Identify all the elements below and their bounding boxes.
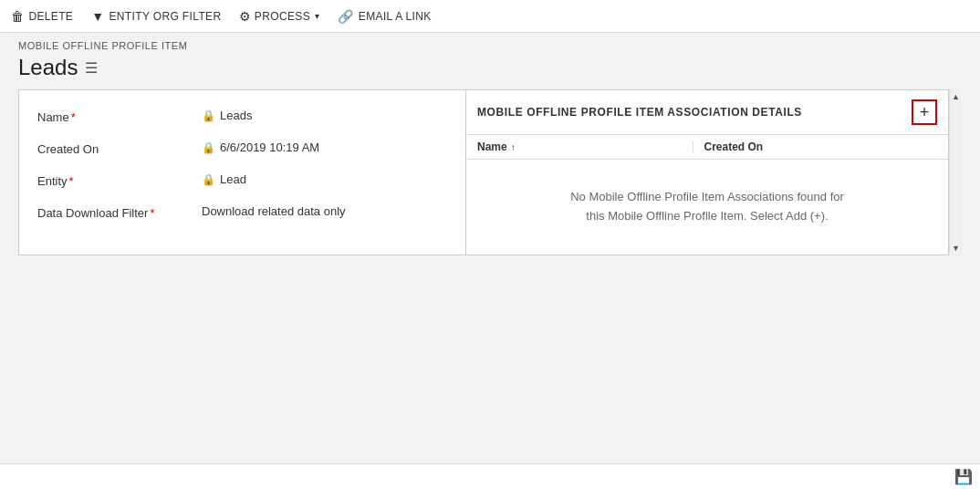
created-on-label: Created On [37, 140, 202, 156]
association-panel: MOBILE OFFLINE PROFILE ITEM ASSOCIATION … [466, 90, 948, 255]
entity-label: Entity* [37, 172, 202, 188]
status-bar: 💾 [0, 463, 980, 489]
save-icon[interactable]: 💾 [954, 468, 973, 485]
delete-icon: 🗑 [11, 9, 24, 24]
created-on-value: 🔒 6/6/2019 10:19 AM [202, 140, 447, 154]
col-name-header: Name ↑ [477, 140, 693, 153]
lock-icon-created: 🔒 [202, 141, 215, 154]
entity-org-filter-button[interactable]: ▼ ENTITY ORG FILTER [91, 9, 221, 24]
form-card: Name* 🔒 Leads Created On 🔒 6/6/2019 10:1… [19, 90, 466, 255]
toolbar: 🗑 DELETE ▼ ENTITY ORG FILTER ⚙ PROCESS ▾… [0, 0, 980, 33]
created-on-row: Created On 🔒 6/6/2019 10:19 AM [37, 140, 447, 156]
required-star: * [71, 110, 76, 124]
page-header: MOBILE OFFLINE PROFILE ITEM Leads ☰ [0, 33, 980, 89]
page-title-row: Leads ☰ [18, 55, 962, 80]
page-subtitle: MOBILE OFFLINE PROFILE ITEM [18, 40, 962, 51]
hamburger-menu-icon[interactable]: ☰ [85, 59, 98, 77]
delete-button[interactable]: 🗑 DELETE [11, 9, 73, 24]
scroll-down-arrow[interactable]: ▼ [950, 241, 963, 255]
empty-message: No Mobile Offline Profile Item Associati… [570, 188, 844, 226]
page-title: Leads [18, 55, 78, 80]
association-title: MOBILE OFFLINE PROFILE ITEM ASSOCIATION … [477, 106, 802, 119]
link-icon: 🔗 [338, 9, 353, 24]
add-association-button[interactable]: + [912, 99, 937, 125]
empty-state: No Mobile Offline Profile Item Associati… [466, 160, 948, 255]
name-field-row: Name* 🔒 Leads [37, 109, 447, 124]
vertical-scrollbar[interactable]: ▲ ▼ [949, 89, 962, 255]
required-star-entity: * [69, 174, 74, 188]
association-header: MOBILE OFFLINE PROFILE ITEM ASSOCIATION … [466, 90, 948, 135]
table-header: Name ↑ Created On [466, 135, 948, 160]
filter-icon: ▼ [91, 9, 104, 24]
name-value: 🔒 Leads [202, 109, 447, 122]
data-filter-row: Data Download Filter* Download related d… [37, 204, 447, 220]
process-button[interactable]: ⚙ PROCESS ▾ [239, 9, 319, 24]
process-icon: ⚙ [239, 9, 251, 24]
col-created-header: Created On [693, 140, 920, 153]
data-filter-value: Download related data only [202, 204, 447, 218]
lock-icon: 🔒 [202, 109, 215, 122]
scroll-up-arrow[interactable]: ▲ [950, 89, 963, 104]
lock-icon-entity: 🔒 [202, 173, 215, 186]
name-label: Name* [37, 109, 202, 124]
entity-value: 🔒 Lead [202, 172, 447, 186]
chevron-down-icon: ▾ [315, 11, 319, 21]
required-star-filter: * [150, 206, 154, 220]
data-filter-label: Data Download Filter* [37, 204, 202, 220]
email-link-button[interactable]: 🔗 EMAIL A LINK [338, 9, 431, 24]
entity-row: Entity* 🔒 Lead [37, 172, 447, 188]
sort-asc-icon[interactable]: ↑ [511, 142, 516, 152]
